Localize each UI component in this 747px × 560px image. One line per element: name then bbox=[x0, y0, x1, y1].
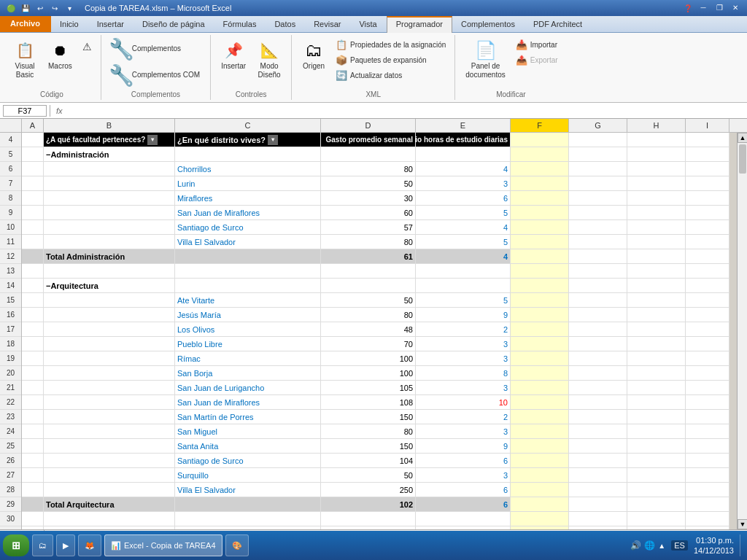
cell-i27[interactable] bbox=[686, 468, 729, 483]
cell-g24[interactable] bbox=[569, 424, 627, 439]
cell-i5[interactable] bbox=[686, 147, 729, 162]
cell-i6[interactable] bbox=[686, 162, 729, 176]
tab-complementos[interactable]: Complementos bbox=[452, 16, 525, 32]
cell-e19[interactable]: 3 bbox=[416, 351, 511, 366]
cell-c11[interactable]: Villa El Salvador bbox=[175, 235, 321, 249]
row-num-4[interactable]: 4 bbox=[0, 133, 21, 147]
cell-b21[interactable] bbox=[44, 381, 175, 395]
cell-i12[interactable] bbox=[686, 249, 729, 264]
scroll-down-btn[interactable]: ▼ bbox=[738, 519, 747, 529]
col-header-d[interactable]: D bbox=[321, 119, 416, 132]
cell-a5[interactable] bbox=[22, 147, 44, 162]
panel-documentos-btn[interactable]: 📄 Panel dedocumentos bbox=[461, 36, 509, 82]
cell-g12[interactable] bbox=[569, 249, 627, 264]
cell-e4[interactable]: Promedio horas de estudio diarias bbox=[416, 133, 511, 147]
macros-btn[interactable]: ⏺ Macros bbox=[44, 36, 77, 73]
cell-g6[interactable] bbox=[569, 162, 627, 176]
cell-f20[interactable] bbox=[511, 366, 569, 381]
cell-g4[interactable] bbox=[569, 133, 627, 147]
row-num-5[interactable]: 5 bbox=[0, 147, 21, 162]
col-header-b[interactable]: B bbox=[44, 119, 175, 132]
cell-g22[interactable] bbox=[569, 395, 627, 410]
cell-reference[interactable]: F37 bbox=[3, 105, 47, 117]
cell-e20[interactable]: 8 bbox=[416, 366, 511, 381]
cell-d11[interactable]: 80 bbox=[321, 235, 416, 249]
cell-a30[interactable] bbox=[22, 512, 44, 526]
cell-f28[interactable] bbox=[511, 483, 569, 497]
cell-g11[interactable] bbox=[569, 235, 627, 249]
cell-f17[interactable] bbox=[511, 322, 569, 337]
cell-b17[interactable] bbox=[44, 322, 175, 337]
cell-h29[interactable] bbox=[627, 497, 686, 512]
cell-i4[interactable] bbox=[686, 133, 729, 147]
cell-c6[interactable]: Chorrillos bbox=[175, 162, 321, 176]
cell-a4[interactable] bbox=[22, 133, 44, 147]
cell-d16[interactable]: 80 bbox=[321, 308, 416, 322]
close-btn[interactable]: ✕ bbox=[728, 1, 743, 13]
cell-f21[interactable] bbox=[511, 381, 569, 395]
cell-f18[interactable] bbox=[511, 337, 569, 351]
cell-b5[interactable]: −Administración bbox=[44, 147, 175, 162]
col-header-i[interactable]: I bbox=[686, 119, 729, 132]
cell-b25[interactable] bbox=[44, 439, 175, 454]
cell-c8[interactable]: Miraflores bbox=[175, 191, 321, 206]
row-num-9[interactable]: 9 bbox=[0, 206, 21, 220]
cell-d20[interactable]: 100 bbox=[321, 366, 416, 381]
start-button[interactable]: ⊞ bbox=[3, 534, 29, 556]
cell-h27[interactable] bbox=[627, 468, 686, 483]
cell-e28[interactable]: 6 bbox=[416, 483, 511, 497]
cell-e15[interactable]: 5 bbox=[416, 293, 511, 308]
restore-btn[interactable]: ❐ bbox=[712, 1, 727, 13]
taskbar-excel[interactable]: 📊 Excel - Copia de TAREA4 bbox=[104, 534, 222, 556]
cell-h26[interactable] bbox=[627, 454, 686, 468]
cell-e14[interactable] bbox=[416, 279, 511, 293]
cell-f25[interactable] bbox=[511, 439, 569, 454]
cell-h9[interactable] bbox=[627, 206, 686, 220]
cell-f11[interactable] bbox=[511, 235, 569, 249]
cell-c13[interactable] bbox=[175, 264, 321, 279]
cell-a25[interactable] bbox=[22, 439, 44, 454]
cell-i7[interactable] bbox=[686, 176, 729, 191]
cell-i13[interactable] bbox=[686, 264, 729, 279]
cell-f12[interactable] bbox=[511, 249, 569, 264]
cell-c30[interactable] bbox=[175, 512, 321, 526]
cell-g30[interactable] bbox=[569, 512, 627, 526]
cell-h12[interactable] bbox=[627, 249, 686, 264]
cell-a14[interactable] bbox=[22, 279, 44, 293]
cell-d18[interactable]: 70 bbox=[321, 337, 416, 351]
propiedades-asignacion-btn[interactable]: 📋 Propiedades de la asignación bbox=[333, 38, 449, 52]
cell-f26[interactable] bbox=[511, 454, 569, 468]
cell-e13[interactable] bbox=[416, 264, 511, 279]
cell-g14[interactable] bbox=[569, 279, 627, 293]
cell-b18[interactable] bbox=[44, 337, 175, 351]
cell-f22[interactable] bbox=[511, 395, 569, 410]
cell-e27[interactable]: 3 bbox=[416, 468, 511, 483]
cell-c20[interactable]: San Borja bbox=[175, 366, 321, 381]
cell-a24[interactable] bbox=[22, 424, 44, 439]
cell-a23[interactable] bbox=[22, 410, 44, 424]
cell-e18[interactable]: 3 bbox=[416, 337, 511, 351]
scroll-thumb-v[interactable] bbox=[739, 144, 746, 174]
cell-d17[interactable]: 48 bbox=[321, 322, 416, 337]
tab-programador[interactable]: Programador bbox=[387, 16, 452, 33]
cell-a19[interactable] bbox=[22, 351, 44, 366]
cell-d27[interactable]: 50 bbox=[321, 468, 416, 483]
undo-quick-btn[interactable]: ↩ bbox=[34, 1, 47, 15]
cell-c14[interactable] bbox=[175, 279, 321, 293]
tab-datos[interactable]: Datos bbox=[266, 16, 305, 32]
cell-g23[interactable] bbox=[569, 410, 627, 424]
minimize-btn[interactable]: ─ bbox=[696, 1, 711, 13]
col-header-e[interactable]: E bbox=[416, 119, 511, 132]
cell-c26[interactable]: Santiago de Surco bbox=[175, 454, 321, 468]
cell-b13[interactable] bbox=[44, 264, 175, 279]
cell-c29[interactable] bbox=[175, 497, 321, 512]
row-num-8[interactable]: 8 bbox=[0, 191, 21, 206]
cell-g15[interactable] bbox=[569, 293, 627, 308]
cell-c23[interactable]: San Martín de Porres bbox=[175, 410, 321, 424]
filter-c4-icon[interactable]: ▾ bbox=[268, 135, 278, 145]
cell-h8[interactable] bbox=[627, 191, 686, 206]
col-header-c[interactable]: C bbox=[175, 119, 321, 132]
cell-d28[interactable]: 250 bbox=[321, 483, 416, 497]
cell-d14[interactable] bbox=[321, 279, 416, 293]
row-num-12[interactable]: 12 bbox=[0, 249, 21, 264]
